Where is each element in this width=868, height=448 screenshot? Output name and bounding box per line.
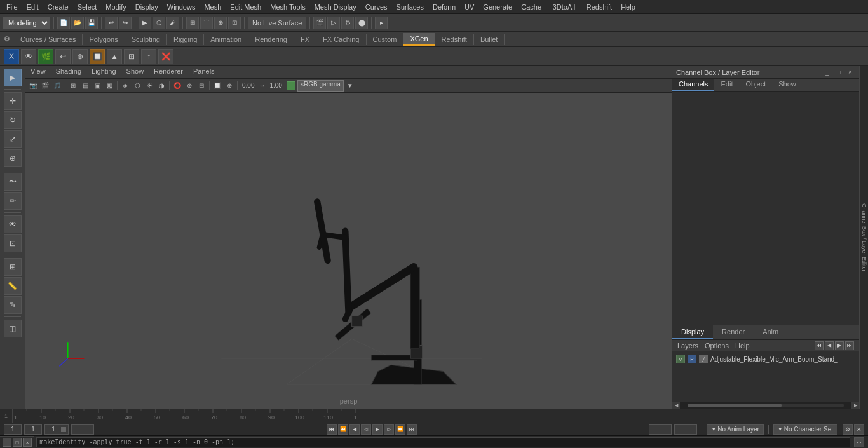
vp-color-swatch[interactable]: [287, 81, 295, 90]
soft-mod-tool[interactable]: 〜: [4, 173, 22, 191]
char-set-config-btn[interactable]: ⚙: [843, 424, 853, 435]
menu-curves[interactable]: Curves: [362, 2, 391, 12]
menu-modify[interactable]: Modify: [102, 2, 130, 12]
vp-light-btn[interactable]: ☀: [144, 80, 155, 92]
render-settings-btn[interactable]: ⚙: [341, 17, 354, 29]
snap-align-btn[interactable]: ⊞: [4, 258, 22, 276]
channel-box-float[interactable]: □: [834, 67, 844, 78]
frame-current-input[interactable]: [24, 424, 42, 435]
play-fwd-btn[interactable]: ▶: [372, 424, 383, 435]
layer-nav-start-btn[interactable]: ⏭: [845, 341, 854, 350]
frame-range-thumb[interactable]: [61, 427, 66, 432]
live-surface-btn[interactable]: No Live Surface: [248, 17, 306, 29]
layer-nav-end-btn[interactable]: ⏮: [815, 341, 824, 350]
xg-btn-8[interactable]: ⊞: [124, 49, 139, 64]
display-btn[interactable]: ⊡: [4, 234, 22, 252]
menu-help[interactable]: Help: [617, 2, 639, 12]
menu-mesh-display[interactable]: Mesh Display: [311, 2, 360, 12]
frame-start-input[interactable]: [4, 424, 22, 435]
channel-tab-channels[interactable]: Channels: [672, 79, 714, 91]
menu-edit-mesh[interactable]: Edit Mesh: [226, 2, 265, 12]
frame-range-end-input[interactable]: 120: [71, 424, 94, 435]
tab-curves-surfaces[interactable]: Curves / Surfaces: [14, 34, 83, 45]
layer-visibility-btn[interactable]: V: [676, 355, 685, 363]
snap-curve-btn[interactable]: ⌒: [200, 17, 213, 29]
dra-tab-render[interactable]: Render: [713, 325, 754, 339]
layer-nav-next-btn[interactable]: ▶: [835, 341, 844, 350]
render-btn[interactable]: 🎬: [313, 17, 326, 29]
xg-btn-1[interactable]: X: [4, 49, 19, 64]
xg-btn-5[interactable]: ⊕: [72, 49, 88, 64]
vp-iso-btn[interactable]: ◈: [119, 80, 131, 92]
vp-grid-btn[interactable]: ⊞: [67, 80, 79, 92]
xg-btn-6[interactable]: 🔲: [90, 49, 105, 64]
vp-menu-view[interactable]: View: [25, 66, 51, 78]
vp-film-btn[interactable]: 🎬: [39, 80, 51, 92]
vp-shade-btn[interactable]: ▣: [92, 80, 103, 92]
ipr-btn[interactable]: ▷: [327, 17, 340, 29]
window-close-btn[interactable]: ×: [23, 438, 32, 447]
rotate-tool[interactable]: ↻: [4, 111, 22, 129]
layers-scroll[interactable]: ◀ ▶: [672, 402, 859, 409]
menu-cache[interactable]: Cache: [517, 2, 545, 12]
open-scene-btn[interactable]: 📂: [71, 17, 84, 29]
select-tool-btn[interactable]: ▶: [139, 17, 151, 29]
tab-redshift[interactable]: Redshift: [435, 34, 474, 45]
vp-hud-btn[interactable]: ⊟: [196, 80, 207, 92]
next-frame-btn[interactable]: ▷: [384, 424, 394, 435]
layer-scroll-track[interactable]: [688, 404, 844, 407]
menu-create[interactable]: Create: [44, 2, 72, 12]
sculpt-tool[interactable]: ✏: [4, 192, 22, 210]
channel-tab-object[interactable]: Object: [739, 79, 772, 91]
vp-menu-lighting[interactable]: Lighting: [86, 66, 121, 78]
vp-gamma-selector[interactable]: sRGB gamma: [297, 80, 344, 92]
tab-xgen[interactable]: XGen: [403, 33, 435, 46]
tab-fx[interactable]: FX: [294, 34, 316, 45]
measure-btn[interactable]: 📏: [4, 277, 22, 295]
menu-deform[interactable]: Deform: [429, 2, 459, 12]
vp-gamma-expand-btn[interactable]: ▼: [344, 80, 356, 92]
undo-btn[interactable]: ↩: [105, 17, 118, 29]
anim-layer-btn[interactable]: ▼ No Anim Layer: [707, 424, 764, 435]
channel-tab-show[interactable]: Show: [772, 79, 803, 91]
tab-gear-icon[interactable]: ⚙: [0, 32, 14, 47]
max-playback-input[interactable]: 200: [674, 424, 697, 435]
go-end-btn[interactable]: ⏭: [407, 424, 417, 435]
menu-generate[interactable]: Generate: [479, 2, 516, 12]
timeline-ruler[interactable]: 1 10 20 30 40 50 60 70 80 90: [13, 409, 681, 423]
vp-aa-btn[interactable]: ⊛: [184, 80, 195, 92]
tab-fx-caching[interactable]: FX Caching: [316, 34, 366, 45]
step-fwd-btn[interactable]: ⏩: [395, 424, 405, 435]
vp-render2-btn[interactable]: ⊕: [224, 80, 235, 92]
workspace-selector[interactable]: Modeling: [3, 17, 50, 29]
circle-btn[interactable]: ⬤: [355, 17, 368, 29]
menu-mesh-tools[interactable]: Mesh Tools: [266, 2, 309, 12]
scale-tool[interactable]: ⤢: [4, 130, 22, 148]
xg-btn-4[interactable]: ↩: [55, 49, 71, 64]
menu-redshift[interactable]: Redshift: [583, 2, 616, 12]
vp-menu-shading[interactable]: Shading: [51, 66, 86, 78]
vp-camera-btn[interactable]: 📷: [27, 80, 39, 92]
tab-bullet[interactable]: Bullet: [474, 34, 505, 45]
tab-animation[interactable]: Animation: [204, 34, 248, 45]
xg-btn-7[interactable]: ▲: [107, 49, 122, 64]
xg-btn-9[interactable]: ↑: [141, 49, 156, 64]
vp-ao-btn[interactable]: ⭕: [172, 80, 183, 92]
universal-tool[interactable]: ⊕: [4, 149, 22, 167]
prev-frame-btn[interactable]: ◀: [349, 424, 360, 435]
menu-surfaces[interactable]: Surfaces: [393, 2, 428, 12]
vp-menu-show[interactable]: Show: [121, 66, 149, 78]
go-start-btn[interactable]: ⏮: [327, 424, 337, 435]
vp-menu-renderer[interactable]: Renderer: [149, 66, 188, 78]
viewport-canvas[interactable]: persp: [25, 93, 672, 409]
layer-nav-prev-btn[interactable]: ◀: [825, 341, 834, 350]
char-set-btn[interactable]: ▼ No Character Set: [773, 424, 837, 435]
layer-scroll-right-btn[interactable]: ▶: [851, 402, 859, 409]
move-tool[interactable]: ✛: [4, 92, 22, 110]
select-tool[interactable]: ▶: [4, 69, 22, 86]
xg-btn-3[interactable]: 🌿: [38, 49, 53, 64]
snap-grid-btn[interactable]: ⊞: [186, 17, 199, 29]
timeline[interactable]: 1 1 10 20 30 40 50 60 70: [0, 409, 868, 423]
snap-point-btn[interactable]: ⊕: [214, 17, 227, 29]
vp-audio-btn[interactable]: 🎵: [51, 80, 63, 92]
